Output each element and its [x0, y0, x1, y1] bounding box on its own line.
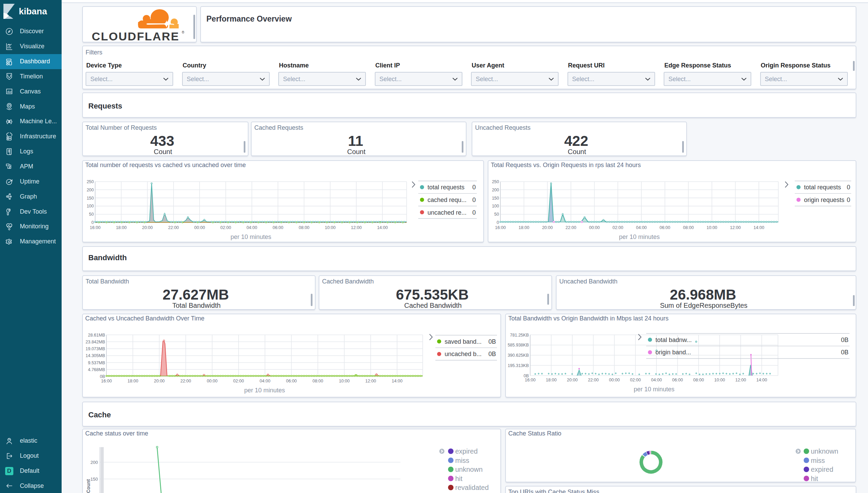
- svg-text:04:00: 04:00: [636, 225, 647, 230]
- svg-text:06:00: 06:00: [286, 379, 297, 383]
- svg-text:12:00: 12:00: [730, 225, 741, 230]
- svg-text:20:00: 20:00: [567, 378, 577, 382]
- svg-text:uncached b...: uncached b...: [445, 351, 482, 357]
- svg-text:0: 0: [497, 220, 499, 225]
- svg-text:0B: 0B: [841, 349, 848, 356]
- svg-text:18:00: 18:00: [519, 225, 529, 230]
- svg-text:22:00: 22:00: [565, 225, 576, 230]
- svg-text:08:00: 08:00: [693, 378, 704, 382]
- svg-text:50: 50: [494, 212, 499, 217]
- svg-text:hit: hit: [455, 475, 463, 482]
- svg-text:14:00: 14:00: [754, 225, 764, 230]
- svg-text:12:00: 12:00: [365, 379, 376, 383]
- svg-text:14:00: 14:00: [377, 225, 388, 230]
- svg-text:06:00: 06:00: [272, 225, 283, 230]
- svg-text:06:00: 06:00: [660, 225, 670, 230]
- svg-text:22:00: 22:00: [588, 378, 599, 382]
- svg-text:total badnw...: total badnw...: [655, 337, 692, 343]
- svg-text:02:00: 02:00: [630, 378, 641, 382]
- svg-text:0B: 0B: [488, 351, 496, 357]
- svg-text:16:00: 16:00: [495, 225, 506, 230]
- svg-text:cached requ...: cached requ...: [427, 196, 467, 203]
- svg-text:18:00: 18:00: [116, 225, 127, 230]
- svg-text:28.61MB: 28.61MB: [88, 333, 105, 338]
- svg-text:250: 250: [492, 179, 499, 184]
- svg-text:14:00: 14:00: [756, 378, 767, 382]
- svg-text:00:00: 00:00: [194, 225, 205, 230]
- svg-text:16:00: 16:00: [525, 378, 535, 382]
- svg-text:expired: expired: [455, 447, 478, 455]
- svg-text:per 10 minutes: per 10 minutes: [634, 386, 674, 393]
- svg-text:22:00: 22:00: [168, 225, 179, 230]
- svg-text:14:00: 14:00: [392, 379, 403, 383]
- svg-text:200: 200: [87, 187, 94, 192]
- svg-text:CLOUDFLARE: CLOUDFLARE: [92, 30, 179, 42]
- svg-text:total requests: total requests: [804, 184, 841, 191]
- svg-text:hit: hit: [811, 475, 818, 482]
- svg-text:20:00: 20:00: [154, 379, 165, 383]
- svg-text:250: 250: [87, 179, 94, 184]
- svg-text:®: ®: [182, 30, 184, 34]
- svg-text:200: 200: [492, 187, 499, 192]
- svg-text:18:00: 18:00: [546, 378, 557, 382]
- svg-text:0: 0: [847, 184, 850, 191]
- svg-text:200: 200: [90, 460, 98, 465]
- svg-text:00:00: 00:00: [609, 378, 620, 382]
- svg-text:150: 150: [492, 195, 499, 200]
- svg-text:18:00: 18:00: [128, 379, 138, 383]
- svg-text:12:00: 12:00: [351, 225, 361, 230]
- svg-text:195.313KB: 195.313KB: [508, 363, 529, 368]
- svg-text:02:00: 02:00: [233, 379, 244, 383]
- svg-text:expired: expired: [811, 466, 833, 473]
- svg-text:150: 150: [90, 477, 98, 482]
- svg-text:9.537MB: 9.537MB: [88, 361, 105, 365]
- svg-text:uncached re...: uncached re...: [427, 209, 467, 216]
- svg-text:50: 50: [89, 212, 94, 217]
- svg-text:10:00: 10:00: [339, 379, 349, 383]
- svg-text:origin requests: origin requests: [804, 196, 844, 203]
- svg-text:per 10 minutes: per 10 minutes: [244, 387, 285, 394]
- svg-text:miss: miss: [811, 457, 825, 464]
- svg-text:08:00: 08:00: [312, 379, 323, 383]
- svg-text:00:00: 00:00: [589, 225, 600, 230]
- svg-text:02:00: 02:00: [613, 225, 623, 230]
- svg-text:100: 100: [87, 204, 94, 208]
- svg-text:0: 0: [472, 196, 476, 203]
- svg-text:0: 0: [472, 184, 476, 191]
- svg-text:22:00: 22:00: [180, 379, 191, 383]
- svg-text:16:00: 16:00: [90, 225, 100, 230]
- svg-text:04:00: 04:00: [260, 379, 270, 383]
- svg-text:revalidated: revalidated: [455, 484, 489, 491]
- svg-text:19.073MB: 19.073MB: [86, 346, 105, 351]
- svg-text:10:00: 10:00: [706, 225, 717, 230]
- svg-text:20:00: 20:00: [142, 225, 153, 230]
- svg-text:585.938KB: 585.938KB: [508, 343, 529, 347]
- svg-text:10:00: 10:00: [325, 225, 335, 230]
- svg-text:08:00: 08:00: [299, 225, 309, 230]
- svg-text:04:00: 04:00: [651, 378, 662, 382]
- svg-text:0: 0: [91, 220, 94, 225]
- svg-text:12:00: 12:00: [735, 378, 746, 382]
- svg-text:14.305MB: 14.305MB: [86, 353, 105, 358]
- svg-text:origin band...: origin band...: [655, 349, 691, 356]
- svg-text:20:00: 20:00: [542, 225, 553, 230]
- svg-text:unknown: unknown: [455, 466, 483, 473]
- svg-text:23.842MB: 23.842MB: [86, 340, 105, 344]
- svg-text:08:00: 08:00: [683, 225, 694, 230]
- svg-text:unknown: unknown: [811, 447, 838, 455]
- svg-text:total requests: total requests: [427, 184, 464, 191]
- svg-text:16:00: 16:00: [101, 379, 112, 383]
- svg-text:781.25KB: 781.25KB: [510, 333, 529, 338]
- svg-text:0: 0: [847, 196, 850, 203]
- svg-text:390.625KB: 390.625KB: [508, 353, 529, 358]
- svg-text:06:00: 06:00: [672, 378, 683, 382]
- svg-text:02:00: 02:00: [220, 225, 231, 230]
- svg-text:Count: Count: [86, 479, 91, 493]
- svg-text:4.768MB: 4.768MB: [88, 367, 105, 372]
- svg-text:per 10 minutes: per 10 minutes: [230, 233, 271, 240]
- svg-text:150: 150: [87, 195, 94, 200]
- svg-text:miss: miss: [455, 457, 469, 464]
- svg-text:00:00: 00:00: [207, 379, 217, 383]
- svg-text:0B: 0B: [841, 337, 848, 343]
- svg-text:0B: 0B: [488, 338, 496, 345]
